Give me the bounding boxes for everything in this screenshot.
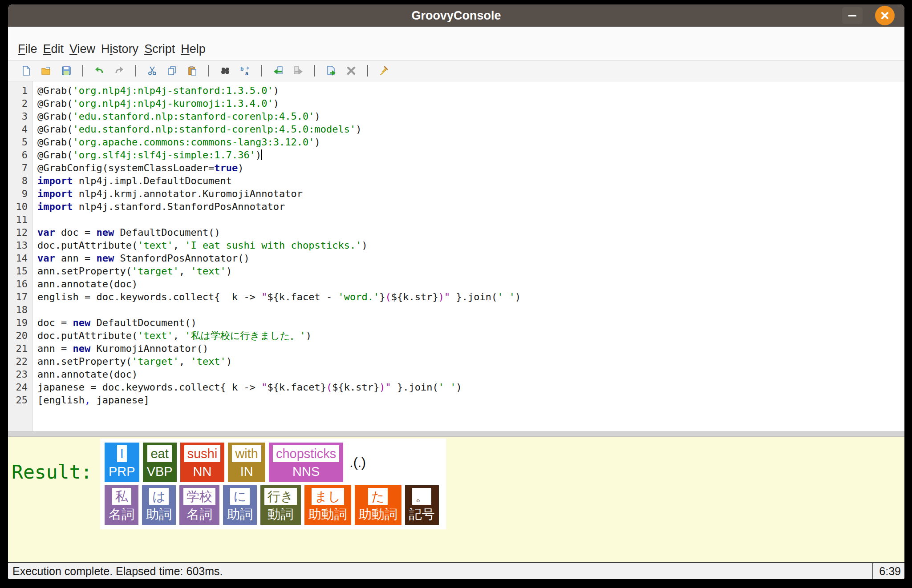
code-token: 'text' [191,356,226,367]
token-word: 。 [412,488,431,505]
redo-button[interactable] [113,65,125,77]
code-text: @Grab('org.apache.commons:commons-lang3:… [32,136,320,149]
code-token: doc.putAttribute( [37,240,138,251]
code-token: ${k.facet} [268,382,326,393]
code-line: 3@Grab('edu.stanford.nlp:stanford-corenl… [8,110,904,123]
code-token: )" [438,291,450,302]
code-text: @Grab('edu.stanford.nlp:stanford-corenlp… [32,123,362,136]
line-number: 3 [8,110,32,123]
english-token-row: IPRPeatVBPsushiNNwithINchopsticksNNS.(.) [105,443,439,482]
open-file-button[interactable] [41,65,52,77]
pos-token: に助詞 [223,485,257,525]
history-previous-icon [273,65,284,76]
token-tag: 動詞 [268,506,293,522]
token-word: with [232,445,261,462]
code-token: ) [362,240,368,251]
menu-view[interactable]: View [69,42,95,56]
code-token: , [85,395,90,406]
code-text: @Grab('org.nlp4j:nlp4j-kuromoji:1.3.4.0'… [32,97,279,110]
copy-button[interactable] [166,65,178,77]
code-text: import nlp4j.impl.DefaultDocument [32,174,232,187]
code-text: import nlp4j.stanford.StanfordPosAnnotat… [32,200,285,213]
code-line: 10import nlp4j.stanford.StanfordPosAnnot… [8,200,904,213]
code-token: ann = [55,253,97,264]
line-number: 19 [8,316,32,329]
line-number: 1 [8,84,32,97]
code-line: 1@Grab('org.nlp4j:nlp4j-stanford:1.3.5.0… [8,84,904,97]
token-tag: 名詞 [186,506,212,522]
result-label: Result: [12,461,92,483]
cut-icon [147,65,158,76]
pos-token: は助詞 [142,485,176,525]
menu-history[interactable]: History [101,42,138,56]
code-line: 21ann = new KuromojiAnnotator() [8,342,904,355]
token-panel: IPRPeatVBPsushiNNwithINchopsticksNNS.(.)… [100,439,446,529]
history-next-icon [293,65,304,76]
split-pane-divider[interactable] [8,431,904,437]
code-line: 15ann.setProperty('target', 'text') [8,265,904,278]
code-token: ann.setProperty( [37,266,132,277]
token-tag: PRP [109,463,135,479]
code-token: 'org.slf4j:slf4j-simple:1.7.36' [73,149,255,161]
code-line: 8import nlp4j.impl.DefaultDocument [8,174,904,187]
menu-file[interactable]: File [18,42,37,56]
token-word: I [117,445,127,462]
code-token: DefaultDocument() [114,227,220,238]
caret-position: 6:39 [872,563,904,579]
japanese-token-row: 私名詞は助詞学校名詞に助詞行き動詞まし助動詞た助動詞。記号 [105,485,439,525]
paste-button[interactable] [186,65,198,77]
code-line: 9import nlp4j.krmj.annotator.KuromojiAnn… [8,187,904,200]
find-replace-button[interactable]: ba [239,65,251,77]
execute-script-button[interactable] [325,65,337,77]
code-editor[interactable]: 1@Grab('org.nlp4j:nlp4j-stanford:1.3.5.0… [8,81,904,431]
token-word: 私 [112,488,131,505]
code-token: english = doc.keywords.collect{ k -> [37,291,261,302]
minimize-button[interactable] [842,7,863,24]
menu-script[interactable]: Script [144,42,175,56]
clear-output-icon [379,65,389,76]
code-token: 'word.' [338,291,380,302]
toolbar-separator [367,65,368,77]
code-line: 25[english, japanese] [8,394,904,407]
code-text [32,213,37,226]
token-tag: 名詞 [109,506,134,522]
interrupt-script-button[interactable] [345,65,357,77]
new-file-button[interactable] [20,65,32,77]
code-token: doc = [55,227,97,238]
code-text: doc = new DefaultDocument() [32,316,197,329]
code-text: ann.setProperty('target', 'text') [32,265,232,278]
pos-token: た助動詞 [355,485,401,525]
pos-token: 学校名詞 [179,485,219,525]
line-number: 6 [8,149,32,161]
cut-button[interactable] [146,65,158,77]
undo-button[interactable] [93,65,105,77]
code-line: 20doc.putAttribute('text', '私は学校に行きました。'… [8,329,904,342]
code-token: ) [315,137,320,148]
save-file-button[interactable] [61,65,72,77]
line-number: 25 [8,394,32,407]
code-token: 'text' [191,266,226,277]
menu-help[interactable]: Help [181,42,206,56]
code-token: ann.setProperty( [37,356,132,367]
code-token: ) [273,85,279,96]
code-token: ${k.str} [332,382,379,393]
code-token: new [73,317,90,328]
line-number: 24 [8,381,32,394]
code-line: 19doc = new DefaultDocument() [8,316,904,329]
history-previous-button[interactable] [272,65,284,77]
find-button[interactable] [219,65,231,77]
code-text: doc.putAttribute('text', 'I eat sushi wi… [32,239,368,252]
toolbar-separator [135,65,136,77]
clear-output-button[interactable] [378,65,390,77]
code-token: @Grab( [37,149,73,161]
menu-edit[interactable]: Edit [43,42,64,56]
close-button[interactable] [875,6,895,25]
code-token: ann = [37,343,73,354]
token-tag: 助動詞 [359,506,397,522]
code-text: japanese = doc.keywords.collect{ k -> "$… [32,381,462,394]
code-token: ' ' [497,291,515,302]
history-next-button[interactable] [292,65,304,77]
code-token: new [96,253,114,264]
code-token: import [37,201,73,212]
toolbar-separator [82,65,83,77]
